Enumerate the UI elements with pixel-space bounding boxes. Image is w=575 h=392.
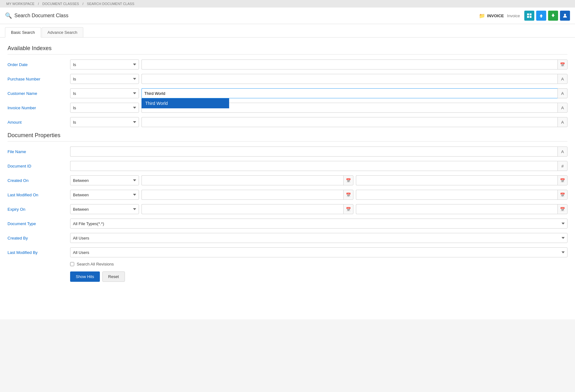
created-on-calendar1-btn[interactable]: 📅 xyxy=(343,175,353,185)
last-modified-on-date1: 📅 xyxy=(141,190,353,200)
created-on-date2-input[interactable] xyxy=(356,175,558,185)
created-on-label: Created On xyxy=(8,178,70,183)
last-modified-by-row: Last Modified By All Users xyxy=(8,247,567,257)
expiry-on-date1: 📅 xyxy=(141,204,353,214)
customer-name-input[interactable] xyxy=(141,88,558,98)
order-date-input[interactable] xyxy=(141,59,558,70)
hash-icon: # xyxy=(561,164,563,168)
folder-icon: 📁 xyxy=(479,13,485,19)
expiry-on-date1-input[interactable] xyxy=(141,204,344,214)
users-button[interactable] xyxy=(560,11,570,21)
expiry-on-operator[interactable]: Between Is Before After xyxy=(70,204,139,214)
purchase-number-input[interactable] xyxy=(141,74,558,84)
last-modified-on-calendar1-btn[interactable]: 📅 xyxy=(343,190,353,200)
breadcrumb-sep: / xyxy=(82,2,83,6)
svg-point-6 xyxy=(564,14,566,16)
last-modified-by-select[interactable]: All Users xyxy=(70,247,567,257)
text-icon: A xyxy=(561,77,564,81)
purchase-number-operator[interactable]: Is Contains xyxy=(70,74,139,84)
last-modified-on-calendar2-btn[interactable]: 📅 xyxy=(557,190,567,200)
purchase-number-input-group: A xyxy=(141,74,567,84)
created-by-select[interactable]: All Users xyxy=(70,233,567,243)
search-icon: 🔍 xyxy=(5,12,12,19)
amount-operator[interactable]: Is Contains xyxy=(70,117,139,127)
file-name-input-group: A xyxy=(70,147,567,157)
last-modified-by-label: Last Modified By xyxy=(8,250,70,255)
last-modified-on-operator[interactable]: Between Is Before After xyxy=(70,190,139,200)
amount-icon-btn[interactable]: A xyxy=(557,117,567,127)
tab-basic-search[interactable]: Basic Search xyxy=(5,27,41,38)
invoice-number-operator[interactable]: Is Contains xyxy=(70,103,139,113)
created-on-date1-input[interactable] xyxy=(141,175,344,185)
invoice-sub-label: Invoice xyxy=(507,13,520,18)
available-indexes-title: Available Indexes xyxy=(8,45,567,52)
header: 🔍 Search Document Class 📁 INVOICE Invoic… xyxy=(0,8,575,24)
svg-marker-5 xyxy=(552,14,555,17)
expiry-on-date-inputs: 📅 📅 xyxy=(141,204,567,214)
section-divider-1 xyxy=(8,54,567,54)
breadcrumb: MY WORKSPACE / DOCUMENT CLASSES / SEARCH… xyxy=(0,0,575,8)
last-modified-on-date2-input[interactable] xyxy=(356,190,558,200)
main-content: Available Indexes Order Date Is Contains… xyxy=(0,38,575,319)
search-all-revisions-row: Search All Revisions xyxy=(70,262,567,266)
file-name-icon-btn[interactable]: A xyxy=(557,147,567,157)
calendar-icon: 📅 xyxy=(560,178,565,183)
invoice-number-icon-btn[interactable]: A xyxy=(557,103,567,113)
created-on-operator[interactable]: Between Is Before After xyxy=(70,175,139,185)
section-divider-2 xyxy=(8,141,567,142)
customer-name-input-group: A xyxy=(141,88,567,98)
download-button[interactable] xyxy=(548,11,558,21)
order-date-calendar-btn[interactable]: 📅 xyxy=(557,59,567,70)
upload-button[interactable] xyxy=(536,11,546,21)
calendar-icon: 📅 xyxy=(346,193,351,197)
purchase-number-icon-btn[interactable]: A xyxy=(557,74,567,84)
svg-rect-0 xyxy=(527,13,529,15)
customer-name-autocomplete[interactable]: Third World xyxy=(141,98,229,108)
expiry-on-row: Expiry On Between Is Before After 📅 📅 xyxy=(8,204,567,214)
autocomplete-option[interactable]: Third World xyxy=(145,101,168,106)
created-on-calendar2-btn[interactable]: 📅 xyxy=(557,175,567,185)
expiry-on-date2: 📅 xyxy=(356,204,568,214)
header-right: 📁 INVOICE Invoice xyxy=(479,11,570,21)
customer-name-operator[interactable]: Is Contains xyxy=(70,88,139,98)
document-type-select[interactable]: All File Types(*.*) PDF DOCX XLSX JPG PN… xyxy=(70,219,567,229)
expiry-on-calendar2-btn[interactable]: 📅 xyxy=(557,204,567,214)
calendar-icon: 📅 xyxy=(346,178,351,183)
search-all-revisions-label[interactable]: Search All Revisions xyxy=(77,262,114,266)
created-by-row: Created By All Users xyxy=(8,233,567,243)
created-on-row: Created On Between Is Before After 📅 📅 xyxy=(8,175,567,185)
created-on-date1: 📅 xyxy=(141,175,353,185)
file-name-row: File Name A xyxy=(8,147,567,157)
file-name-label: File Name xyxy=(8,149,70,154)
document-id-row: Document ID # xyxy=(8,161,567,171)
document-properties-title: Document Properties xyxy=(8,132,567,139)
customer-name-icon-btn[interactable]: A xyxy=(557,88,567,98)
expiry-on-calendar1-btn[interactable]: 📅 xyxy=(343,204,353,214)
tab-advance-search[interactable]: Advance Search xyxy=(42,27,83,37)
customer-name-label: Customer Name xyxy=(8,91,70,96)
calendar-icon: 📅 xyxy=(560,193,565,197)
document-id-input[interactable] xyxy=(70,161,558,171)
last-modified-on-date-inputs: 📅 📅 xyxy=(141,190,567,200)
document-type-row: Document Type All File Types(*.*) PDF DO… xyxy=(8,219,567,229)
reset-button[interactable]: Reset xyxy=(102,271,125,282)
expiry-on-date2-input[interactable] xyxy=(356,204,558,214)
last-modified-on-date1-input[interactable] xyxy=(141,190,344,200)
order-date-operator[interactable]: Is Contains Between xyxy=(70,59,139,70)
document-id-icon-btn[interactable]: # xyxy=(557,161,567,171)
text-icon: A xyxy=(561,106,564,110)
expiry-on-label: Expiry On xyxy=(8,207,70,212)
grid-view-button[interactable] xyxy=(524,11,534,21)
breadcrumb-item-workspace[interactable]: MY WORKSPACE xyxy=(6,2,34,6)
last-modified-on-label: Last Modified On xyxy=(8,193,70,197)
show-hits-button[interactable]: Show Hits xyxy=(70,271,100,282)
document-id-label: Document ID xyxy=(8,164,70,168)
file-name-input[interactable] xyxy=(70,147,558,157)
search-all-revisions-checkbox[interactable] xyxy=(70,262,74,266)
amount-input[interactable] xyxy=(141,117,558,127)
calendar-icon: 📅 xyxy=(346,207,351,212)
amount-row: Amount Is Contains A xyxy=(8,117,567,127)
page-title: Search Document Class xyxy=(14,13,69,18)
breadcrumb-item-docclasses[interactable]: DOCUMENT CLASSES xyxy=(42,2,79,6)
last-modified-on-row: Last Modified On Between Is Before After… xyxy=(8,190,567,200)
